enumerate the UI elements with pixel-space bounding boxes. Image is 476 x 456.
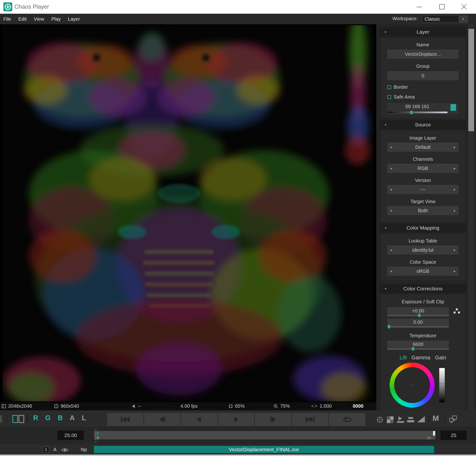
tab-gamma[interactable]: Gamma — [411, 354, 430, 361]
layers-stack-icon[interactable] — [407, 417, 415, 424]
layer-name-field[interactable]: VectorDisplace... — [387, 50, 459, 59]
exposure-slider-handle[interactable] — [418, 314, 420, 317]
temperature-label: Temperature — [381, 333, 465, 338]
image-layer-selector[interactable]: ◂ Default ▸ — [387, 143, 459, 152]
arrow-left-icon[interactable]: ◂ — [390, 269, 392, 273]
channel-b-button[interactable]: B — [58, 414, 63, 422]
workspace-dropdown[interactable]: Classic ▾ — [422, 15, 468, 23]
color-swatch[interactable] — [450, 104, 456, 111]
arrow-left-icon[interactable]: ◂ — [390, 248, 392, 252]
channel-r-button[interactable]: R — [33, 414, 38, 422]
checkerboard-icon[interactable] — [387, 416, 394, 424]
timeline-slider[interactable] — [94, 431, 435, 439]
play-forward-button[interactable] — [218, 413, 255, 426]
collapse-icon[interactable]: ▾ — [385, 287, 386, 291]
soft-clip-slider[interactable] — [387, 326, 449, 328]
viewport[interactable] — [0, 24, 376, 402]
color-slider-handle[interactable] — [410, 111, 413, 114]
arrow-right-icon[interactable]: ▸ — [454, 269, 456, 273]
temperature-field[interactable]: 6600 — [387, 341, 449, 348]
channels-selector[interactable]: ◂ RGB ▸ — [387, 164, 459, 173]
menu-play[interactable]: Play — [51, 16, 61, 22]
menu-layer[interactable]: Layer — [68, 16, 80, 22]
menu-view[interactable]: View — [34, 16, 44, 22]
channel-toggles: R G B A L — [33, 414, 86, 422]
temperature-slider-handle[interactable] — [412, 347, 414, 351]
value-gradient-bar[interactable] — [439, 368, 445, 402]
go-to-end-button[interactable] — [292, 413, 328, 426]
step-forward-button[interactable] — [255, 413, 291, 426]
exposure-field[interactable]: +0.00 — [387, 307, 449, 314]
view-reset-icon[interactable] — [376, 416, 383, 424]
memory-icon — [228, 404, 233, 409]
track-np-toggle[interactable]: Np — [81, 447, 87, 452]
toolbar-edge-sliver[interactable] — [0, 415, 2, 422]
color-gradient-slider[interactable] — [388, 112, 447, 113]
exposure-slider[interactable] — [387, 315, 449, 316]
border-color-box[interactable]: 59 169 161 — [387, 103, 459, 114]
playback-fps-field[interactable]: 25.00 — [57, 430, 84, 440]
play-backward-button[interactable] — [181, 413, 217, 426]
channel-a-button[interactable]: A — [70, 414, 75, 422]
gamma-ramp-icon[interactable] — [417, 416, 425, 424]
playhead-line[interactable] — [96, 429, 96, 443]
arrow-left-icon[interactable]: ◂ — [390, 166, 392, 171]
value-bar-handle[interactable] — [439, 383, 445, 384]
link-icon[interactable] — [453, 308, 460, 315]
arrow-right-icon[interactable]: ▸ — [454, 145, 456, 149]
arrow-right-icon[interactable]: ▸ — [454, 187, 456, 192]
workspace-dropdown-button[interactable]: ▾ — [459, 16, 467, 22]
scrollbar-thumb[interactable] — [468, 29, 474, 131]
tab-lift[interactable]: Lift — [400, 354, 407, 361]
track-audio-toggle[interactable]: A — [53, 447, 57, 452]
arrow-left-icon[interactable]: ◂ — [390, 187, 392, 192]
arrow-right-icon[interactable]: ▸ — [454, 248, 456, 252]
play-on-load-icon[interactable] — [397, 416, 405, 424]
menu-file[interactable]: File — [3, 16, 11, 22]
maximize-button[interactable] — [435, 2, 449, 11]
step-back-button[interactable] — [144, 413, 180, 426]
range-start-marker: 0 — [97, 436, 99, 440]
go-to-start-button[interactable] — [107, 413, 144, 426]
channel-l-button[interactable]: L — [82, 414, 86, 422]
collapse-icon[interactable]: ▾ — [385, 123, 386, 127]
target-view-selector[interactable]: ◂ Both ▸ — [387, 206, 459, 215]
end-frame-field[interactable]: 25 — [441, 430, 467, 440]
panel-scrollbar[interactable] — [468, 24, 474, 410]
arrow-right-icon[interactable]: ▸ — [454, 166, 456, 171]
safe-area-checkbox-row[interactable]: Safe Area — [387, 94, 415, 100]
temperature-slider[interactable] — [387, 348, 449, 350]
track-clip-bar[interactable]: VectorDisplacement_FINAL.exr — [94, 446, 435, 454]
collapse-icon[interactable]: ▾ — [385, 226, 386, 230]
border-checkbox[interactable] — [387, 85, 391, 89]
layer-group-field[interactable]: 0 — [387, 71, 459, 80]
lookup-table-selector[interactable]: ◂ identity.lut ▸ — [387, 245, 459, 255]
color-corrections-section-header[interactable]: ▾ Color Corrections — [379, 284, 466, 293]
soft-clip-slider-handle[interactable] — [388, 325, 390, 328]
arrow-left-icon[interactable]: ◂ — [390, 145, 392, 149]
version-selector[interactable]: ◂ --- ▸ — [387, 185, 459, 194]
minimize-button[interactable] — [412, 2, 426, 11]
safe-area-checkbox[interactable] — [387, 95, 391, 99]
source-section-header[interactable]: ▾ Source — [379, 120, 466, 129]
layer-section-header[interactable]: ▾ Layer — [379, 27, 466, 36]
color-mapping-section-header[interactable]: ▾ Color Mapping — [379, 223, 466, 232]
close-button[interactable] — [457, 2, 471, 11]
multi-display-icon[interactable] — [449, 415, 458, 424]
track-visibility-toggle[interactable] — [61, 448, 68, 453]
color-space-selector[interactable]: ◂ sRGB ▸ — [387, 267, 459, 276]
border-checkbox-row[interactable]: Border — [387, 84, 408, 90]
zoom-indicator: 75% — [273, 403, 290, 409]
arrow-right-icon[interactable]: ▸ — [454, 208, 456, 213]
collapse-icon[interactable]: ▾ — [385, 30, 386, 34]
stereo-view-icon[interactable] — [12, 415, 25, 424]
soft-clip-field[interactable]: 0.00 — [387, 318, 449, 326]
channel-g-button[interactable]: G — [45, 414, 51, 422]
track-index-box[interactable]: 1 — [43, 447, 49, 453]
range-end-handle[interactable] — [433, 431, 435, 436]
loop-button[interactable] — [329, 413, 365, 426]
mute-button[interactable]: M — [433, 414, 439, 423]
arrow-left-icon[interactable]: ◂ — [390, 208, 392, 213]
tab-gain[interactable]: Gain — [435, 354, 446, 361]
menu-edit[interactable]: Edit — [18, 16, 26, 22]
